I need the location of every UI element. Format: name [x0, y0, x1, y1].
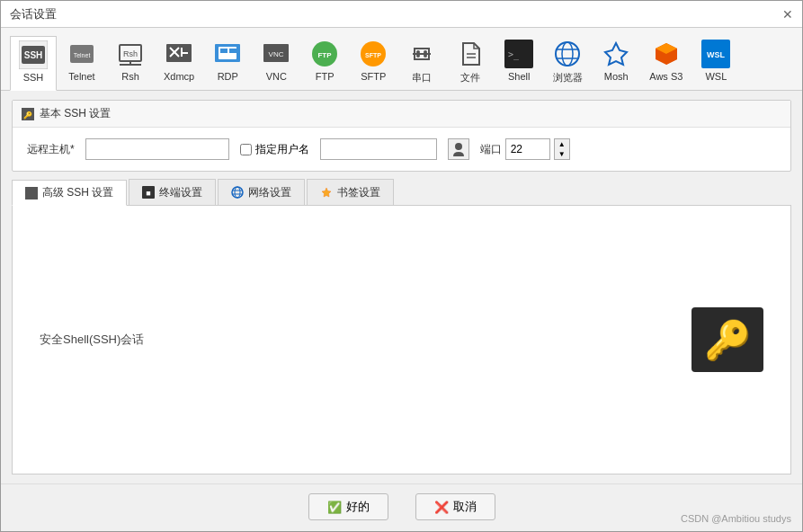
username-input[interactable] [320, 138, 437, 160]
svg-point-49 [455, 143, 462, 150]
basic-settings-body: 远程主机* 指定用户名 端口 [13, 128, 790, 171]
wsl-icon: WSL [701, 40, 730, 68]
protocol-browser-label: 浏览器 [553, 71, 583, 84]
tab-main-content: 安全Shell(SSH)会话 🔑 [13, 206, 790, 474]
title-bar: 会话设置 ✕ [1, 1, 802, 28]
svg-text:🔑: 🔑 [23, 111, 32, 120]
protocol-sftp-label: SFTP [361, 71, 386, 82]
svg-text:WSL: WSL [707, 50, 725, 59]
file-icon [456, 40, 485, 68]
tab-terminal-label: 终端设置 [159, 185, 202, 200]
basic-settings-header: 🔑 基本 SSH 设置 [13, 101, 790, 128]
tabs-area: 高级 SSH 设置 ■ 终端设置 网络设置 [12, 179, 791, 474]
protocol-browser[interactable]: 浏览器 [544, 35, 591, 90]
specify-username-checkbox-label[interactable]: 指定用户名 [240, 142, 309, 157]
protocol-serial[interactable]: 串口 [398, 35, 445, 90]
protocol-rsh-label: Rsh [121, 71, 139, 82]
cancel-icon: ❌ [434, 501, 449, 514]
svg-text:>_: >_ [508, 49, 520, 60]
shell-icon: >_ [504, 40, 533, 68]
footer: ✅ 好的 ❌ 取消 CSDN @Ambitiou studys [1, 483, 802, 531]
ssh-description: 安全Shell(SSH)会话 [40, 332, 144, 348]
protocol-rsh[interactable]: Rsh Rsh [107, 35, 154, 90]
ftp-icon: FTP [310, 40, 339, 68]
svg-rect-20 [220, 49, 228, 53]
main-window: 会话设置 ✕ SSH SSH Telnet [0, 0, 803, 532]
tab-advanced-ssh[interactable]: 高级 SSH 设置 [12, 180, 127, 206]
tab-bookmark-label: 书签设置 [337, 185, 380, 200]
tab-network[interactable]: 网络设置 [218, 179, 305, 205]
svg-point-53 [232, 187, 243, 198]
sftp-icon: SFTP [359, 40, 388, 68]
svg-point-40 [562, 42, 573, 66]
svg-point-39 [556, 42, 579, 66]
tab-terminal-icon: ■ [142, 186, 155, 199]
ssh-icon: SSH [19, 40, 48, 69]
protocol-ftp[interactable]: FTP FTP [301, 35, 348, 90]
svg-text:SSH: SSH [24, 50, 43, 60]
basic-settings-section: 🔑 基本 SSH 设置 远程主机* 指定用户名 [12, 100, 791, 172]
svg-text:VNC: VNC [269, 50, 284, 58]
tabs-header: 高级 SSH 设置 ■ 终端设置 网络设置 [12, 179, 791, 205]
svg-text:SFTP: SFTP [365, 52, 381, 58]
svg-point-30 [416, 50, 420, 54]
protocol-xdmcp[interactable]: Xdmcp [156, 35, 202, 90]
svg-point-31 [424, 50, 427, 54]
svg-marker-57 [322, 188, 331, 197]
protocol-bar: SSH SSH Telnet Telnet [1, 28, 802, 91]
protocol-mosh[interactable]: Mosh [593, 35, 639, 90]
tab-terminal[interactable]: ■ 终端设置 [129, 179, 216, 205]
tab-bookmark[interactable]: 书签设置 [307, 179, 394, 205]
port-group: 端口 ▲ ▼ [480, 138, 570, 160]
protocol-sftp[interactable]: SFTP SFTP [350, 35, 397, 90]
protocol-wsl[interactable]: WSL WSL [692, 35, 739, 90]
user-select-button[interactable] [448, 138, 469, 160]
protocol-ssh[interactable]: SSH SSH [10, 36, 57, 91]
watermark: CSDN @Ambitiou studys [681, 513, 791, 524]
port-spinner: ▲ ▼ [554, 138, 570, 160]
rdp-icon [213, 40, 242, 68]
tab-content: 安全Shell(SSH)会话 🔑 [12, 205, 791, 474]
telnet-icon: Telnet [67, 40, 96, 68]
protocol-telnet-label: Telnet [68, 71, 94, 82]
protocol-mosh-label: Mosh [604, 71, 629, 82]
cancel-label: 取消 [453, 499, 477, 515]
protocol-ftp-label: FTP [316, 71, 335, 82]
specify-username-checkbox[interactable] [240, 144, 252, 155]
rsh-icon: Rsh [116, 40, 145, 68]
tab-advanced-ssh-icon [25, 187, 38, 200]
port-input[interactable] [505, 138, 550, 160]
protocol-aws-s3[interactable]: Aws S3 [641, 35, 691, 90]
protocol-wsl-label: WSL [705, 71, 727, 82]
xdmcp-icon [165, 40, 193, 68]
svg-point-33 [424, 54, 427, 58]
close-button[interactable]: ✕ [782, 7, 793, 22]
protocol-file[interactable]: 文件 [447, 35, 494, 90]
remote-host-input[interactable] [85, 138, 229, 160]
key-icon-box: 🔑 [691, 307, 763, 372]
key-icon: 🔑 [704, 318, 751, 362]
content-area: 🔑 基本 SSH 设置 远程主机* 指定用户名 [1, 91, 802, 483]
tab-advanced-ssh-label: 高级 SSH 设置 [42, 185, 113, 200]
protocol-vnc-label: VNC [266, 71, 287, 82]
protocol-rdp[interactable]: RDP [204, 35, 251, 90]
svg-rect-21 [229, 49, 236, 53]
ok-button[interactable]: ✅ 好的 [308, 493, 388, 520]
protocol-telnet[interactable]: Telnet Telnet [58, 35, 105, 90]
protocol-ssh-label: SSH [23, 72, 44, 83]
mosh-icon [602, 40, 630, 68]
specify-username-label: 指定用户名 [255, 142, 309, 157]
protocol-serial-label: 串口 [412, 71, 432, 84]
protocol-vnc[interactable]: VNC VNC [253, 35, 299, 90]
ok-label: 好的 [346, 499, 370, 515]
ok-icon: ✅ [327, 501, 342, 514]
tab-network-icon [231, 186, 244, 199]
svg-rect-16 [181, 52, 188, 54]
cancel-button[interactable]: ❌ 取消 [415, 493, 495, 520]
port-increment-button[interactable]: ▲ [555, 139, 569, 149]
remote-host-label: 远程主机* [27, 142, 75, 157]
port-decrement-button[interactable]: ▼ [555, 149, 569, 159]
protocol-shell[interactable]: >_ Shell [495, 35, 542, 90]
protocol-shell-label: Shell [508, 71, 530, 82]
protocol-rdp-label: RDP [218, 71, 238, 82]
